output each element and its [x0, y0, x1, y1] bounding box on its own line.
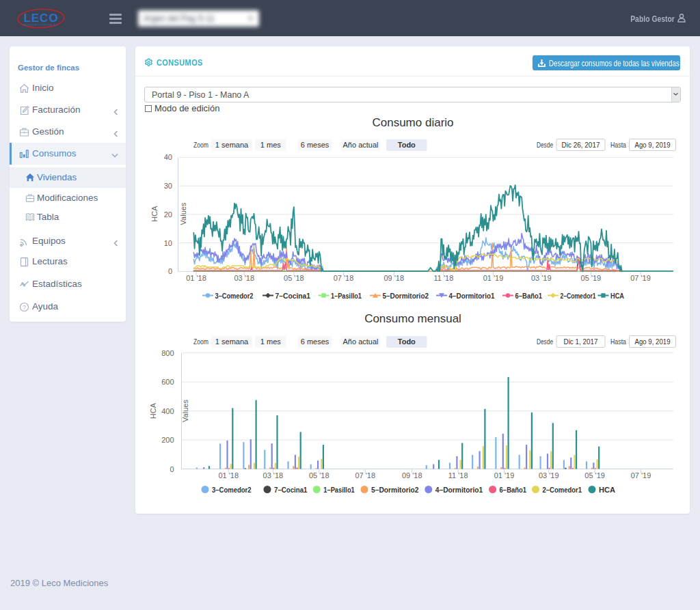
svg-text:3–Comedor2: 3–Comedor2: [212, 486, 252, 494]
svg-text:07 '18: 07 '18: [334, 274, 354, 282]
svg-text:30: 30: [164, 182, 172, 190]
svg-text:09 '18: 09 '18: [383, 274, 404, 282]
svg-text:6 meses: 6 meses: [301, 141, 329, 149]
svg-text:01 '18: 01 '18: [218, 471, 239, 480]
svg-text:2–Comedor1: 2–Comedor1: [543, 486, 582, 494]
svg-text:Desde: Desde: [537, 337, 553, 346]
svg-text:HCA: HCA: [149, 402, 157, 419]
svg-text:Dic 1, 2017: Dic 1, 2017: [564, 337, 598, 346]
svg-text:1–Pasillo1: 1–Pasillo1: [331, 292, 362, 300]
svg-text:4–Dormitorio1: 4–Dormitorio1: [435, 486, 483, 494]
svg-text:Ago 9, 2019: Ago 9, 2019: [635, 141, 671, 149]
svg-text:7–Cocina1: 7–Cocina1: [275, 292, 311, 300]
svg-text:400: 400: [161, 407, 174, 415]
svg-text:Values: Values: [181, 400, 189, 422]
svg-text:Año actual: Año actual: [343, 141, 379, 149]
svg-text:05 '18: 05 '18: [309, 471, 329, 480]
svg-text:1 semana: 1 semana: [215, 141, 249, 149]
svg-text:10: 10: [164, 239, 172, 247]
svg-text:LECO: LECO: [23, 12, 58, 25]
svg-text:7–Cocina1: 7–Cocina1: [274, 486, 308, 494]
svg-text:09 '18: 09 '18: [402, 471, 422, 480]
svg-text:03 '19: 03 '19: [539, 471, 559, 480]
svg-text:?: ?: [23, 304, 26, 311]
svg-text:07 '19: 07 '19: [631, 471, 651, 480]
svg-text:Dic 26, 2017: Dic 26, 2017: [562, 141, 600, 149]
svg-text:05 '19: 05 '19: [581, 274, 602, 282]
svg-text:1–Pasillo1: 1–Pasillo1: [323, 486, 355, 494]
svg-text:6 meses: 6 meses: [301, 337, 329, 346]
svg-text:HCA: HCA: [150, 206, 159, 222]
svg-text:40: 40: [164, 153, 172, 161]
svg-text:3–Comedor2: 3–Comedor2: [215, 292, 254, 300]
svg-text:Zoom: Zoom: [193, 337, 208, 346]
svg-text:MEDICION Y CONTROL S.L.: MEDICION Y CONTROL S.L.: [23, 24, 58, 27]
svg-text:200: 200: [161, 436, 174, 444]
svg-text:03 '19: 03 '19: [531, 274, 552, 282]
svg-text:01 '19: 01 '19: [494, 471, 515, 480]
svg-text:2–Comedor1: 2–Comedor1: [561, 292, 596, 300]
svg-text:800: 800: [161, 349, 174, 357]
svg-text:05 '19: 05 '19: [584, 471, 605, 480]
svg-text:Desde: Desde: [537, 141, 553, 149]
svg-text:03 '18: 03 '18: [234, 274, 254, 282]
svg-text:Zoom: Zoom: [193, 141, 208, 149]
svg-text:Año actual: Año actual: [343, 337, 379, 346]
svg-text:Values: Values: [179, 202, 187, 225]
svg-text:05 '18: 05 '18: [284, 274, 304, 282]
svg-text:07 '19: 07 '19: [630, 274, 651, 282]
svg-text:03 '18: 03 '18: [263, 471, 284, 480]
svg-text:01 '19: 01 '19: [483, 274, 504, 282]
svg-text:11 '18: 11 '18: [433, 274, 453, 282]
svg-text:5–Dormitorio2: 5–Dormitorio2: [383, 292, 429, 300]
svg-text:Hasta: Hasta: [610, 141, 626, 149]
svg-text:Consumo diario: Consumo diario: [372, 116, 453, 129]
svg-text:600: 600: [161, 378, 174, 386]
svg-text:20: 20: [164, 210, 172, 219]
svg-text:Todo: Todo: [398, 141, 416, 149]
svg-text:6–Baño1: 6–Baño1: [500, 486, 527, 494]
svg-text:Consumo mensual: Consumo mensual: [364, 312, 461, 325]
svg-text:0: 0: [170, 465, 174, 473]
svg-text:HCA: HCA: [599, 486, 615, 494]
svg-text:5–Dormitorio2: 5–Dormitorio2: [371, 486, 419, 494]
svg-text:07 '18: 07 '18: [355, 471, 375, 480]
svg-text:4–Dormitorio1: 4–Dormitorio1: [449, 292, 495, 300]
svg-text:Todo: Todo: [398, 337, 416, 346]
svg-text:01 '18: 01 '18: [186, 274, 206, 282]
svg-text:Ago 9, 2019: Ago 9, 2019: [635, 337, 671, 346]
svg-text:6–Baño1: 6–Baño1: [515, 292, 543, 300]
svg-text:1 semana: 1 semana: [215, 337, 249, 346]
svg-text:HCA: HCA: [610, 292, 624, 300]
svg-text:1 mes: 1 mes: [260, 337, 281, 346]
svg-text:11 '18: 11 '18: [448, 471, 468, 480]
svg-text:1 mes: 1 mes: [260, 141, 281, 149]
svg-text:Hasta: Hasta: [610, 337, 626, 346]
svg-text:0: 0: [168, 267, 172, 275]
